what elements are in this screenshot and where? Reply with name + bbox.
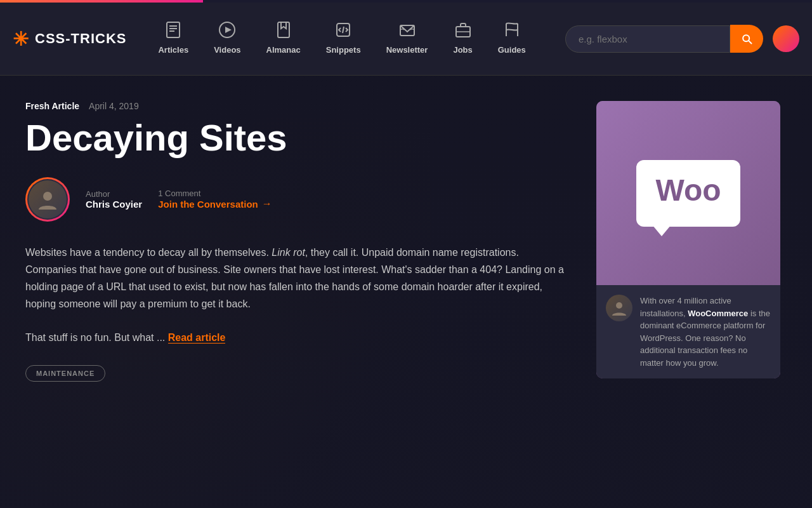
- comment-section: 1 Comment Join the Conversation →: [158, 189, 272, 210]
- ad-card: Woo With over 4 million active installat…: [596, 101, 780, 378]
- nav-item-articles[interactable]: Articles: [145, 3, 201, 76]
- newsletter-label: Newsletter: [386, 45, 428, 55]
- almanac-label: Almanac: [266, 45, 301, 55]
- nav-item-guides[interactable]: Guides: [485, 3, 539, 76]
- search-input[interactable]: [565, 25, 730, 53]
- fresh-label: Fresh Article: [25, 101, 79, 111]
- ad-avatar: [606, 295, 632, 321]
- main-nav: Articles Videos Almanac: [145, 3, 565, 76]
- logo[interactable]: ✳ CSS-TRICKS: [13, 28, 126, 50]
- articles-label: Articles: [158, 45, 188, 55]
- newsletter-icon: [398, 21, 416, 41]
- search-icon: [740, 32, 753, 45]
- logo-star-icon: ✳: [13, 28, 29, 50]
- article-body-p1: Websites have a tendency to decay all by…: [25, 244, 571, 313]
- nav-item-newsletter[interactable]: Newsletter: [374, 3, 441, 76]
- videos-icon: [218, 21, 236, 41]
- jobs-label: Jobs: [453, 45, 472, 55]
- join-arrow-icon: →: [262, 198, 272, 210]
- article-meta: Fresh Article April 4, 2019: [25, 101, 571, 111]
- article: Fresh Article April 4, 2019 Decaying Sit…: [25, 101, 571, 388]
- snippets-icon: [334, 21, 352, 41]
- articles-icon: [164, 21, 182, 41]
- header: ✳ CSS-TRICKS Articles Videos: [0, 3, 812, 76]
- author-avatar-inner: [29, 180, 67, 218]
- main-content: Fresh Article April 4, 2019 Decaying Sit…: [0, 76, 812, 508]
- article-date: April 4, 2019: [89, 101, 139, 111]
- article-title: Decaying Sites: [25, 117, 571, 158]
- snippets-label: Snippets: [326, 45, 361, 55]
- author-name: Chris Coyier: [86, 199, 142, 210]
- svg-point-12: [43, 192, 52, 201]
- nav-item-snippets[interactable]: Snippets: [313, 3, 374, 76]
- woo-logo: Woo: [636, 160, 740, 227]
- ad-card-image: Woo: [596, 101, 780, 285]
- article-body-p2-start: That stuff is no fun. But what ...: [25, 332, 168, 343]
- author-info: Author Chris Coyier: [86, 189, 142, 210]
- almanac-icon: [275, 21, 292, 41]
- article-body-text-start: Websites have a tendency to decay all by…: [25, 247, 272, 258]
- article-tag[interactable]: MAINTENANCE: [25, 365, 105, 382]
- article-body-p2: That stuff is no fun. But what ... Read …: [25, 329, 571, 346]
- sidebar: Woo With over 4 million active installat…: [596, 101, 780, 388]
- user-avatar[interactable]: [773, 25, 799, 52]
- nav-item-almanac[interactable]: Almanac: [254, 3, 313, 76]
- search-area: [565, 25, 799, 53]
- svg-line-8: [343, 27, 344, 33]
- nav-item-jobs[interactable]: Jobs: [440, 3, 485, 76]
- comment-count: 1 Comment: [158, 189, 272, 198]
- search-button[interactable]: [730, 25, 763, 53]
- author-row: Author Chris Coyier 1 Comment Join the C…: [25, 177, 571, 222]
- guides-label: Guides: [498, 45, 526, 55]
- videos-label: Videos: [214, 45, 240, 55]
- ad-card-body: With over 4 million active installations…: [596, 285, 780, 378]
- guides-icon: [503, 21, 521, 41]
- ad-text-brand: WooCommerce: [688, 309, 748, 318]
- logo-text: CSS-TRICKS: [35, 30, 126, 47]
- jobs-icon: [454, 21, 472, 41]
- svg-marker-5: [225, 27, 232, 33]
- ad-description: With over 4 million active installations…: [640, 295, 771, 369]
- join-conversation-text: Join the Conversation: [158, 199, 258, 210]
- read-article-link[interactable]: Read article: [168, 332, 226, 344]
- svg-rect-0: [167, 22, 180, 37]
- article-body-italic: Link rot: [272, 247, 304, 258]
- author-avatar: [25, 177, 70, 222]
- join-conversation-link[interactable]: Join the Conversation →: [158, 198, 272, 210]
- svg-rect-6: [278, 22, 289, 37]
- content-wrapper: Fresh Article April 4, 2019 Decaying Sit…: [25, 101, 787, 388]
- author-label: Author: [86, 189, 142, 199]
- svg-point-13: [616, 302, 622, 309]
- nav-item-videos[interactable]: Videos: [201, 3, 253, 76]
